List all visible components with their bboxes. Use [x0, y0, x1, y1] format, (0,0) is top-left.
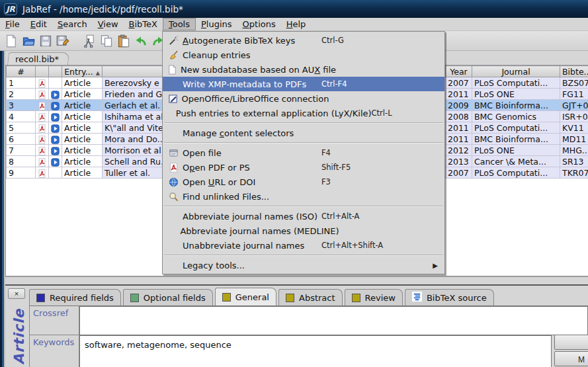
column-header-Entry...[interactable]: Entry...▲ [62, 66, 103, 77]
menu-edit[interactable]: Edit [25, 18, 52, 30]
year-cell: 2007 [446, 167, 472, 179]
keywords-aux-button[interactable] [554, 335, 588, 350]
database-tab-label: recoll.bib* [15, 54, 59, 64]
tab-bibtex-source[interactable]: BibTeX source [405, 289, 494, 306]
open-file-icon [165, 147, 181, 159]
column-header-Bibte...[interactable]: Bibte... [560, 66, 588, 77]
menu-item-unabbreviate-journal-names[interactable]: Unabbreviate journal namesCtrl+Alt+Shift… [163, 238, 444, 253]
tab-abstract[interactable]: Abstract [278, 289, 343, 306]
pdf-file-cell[interactable] [36, 100, 49, 111]
url-cell[interactable] [49, 122, 62, 134]
menu-label: Plugins [201, 19, 232, 29]
crossref-field-input[interactable] [79, 306, 588, 335]
no-icon [165, 79, 181, 90]
cut-icon[interactable] [81, 32, 98, 50]
url-cell[interactable] [49, 134, 62, 145]
menu-item-cleanup-entries[interactable]: Cleanup entries [163, 48, 444, 62]
menu-item-find-unlinked-files[interactable]: Find unlinked Files... [163, 189, 444, 204]
column-header-Journal[interactable]: Journal [472, 66, 560, 77]
pdf-file-cell[interactable] [36, 111, 49, 122]
menu-item-abbreviate-journal-names-iso[interactable]: Abbreviate journal names (ISO)Ctrl+Alt-A [163, 209, 444, 224]
menu-bibtex[interactable]: BibTeX [124, 18, 163, 30]
url-cell[interactable] [49, 167, 62, 179]
url-cell[interactable] [49, 156, 62, 167]
column-header-icon[interactable] [49, 66, 62, 77]
menu-bar: FileEditSearchViewBibTeXToolsPluginsOpti… [0, 18, 588, 31]
pdf-file-cell[interactable] [36, 134, 49, 145]
column-header-Year[interactable]: Year [446, 66, 472, 77]
url-cell[interactable] [49, 89, 62, 100]
database-tab[interactable]: recoll.bib* [7, 52, 69, 65]
pdf-file-cell[interactable] [36, 77, 49, 89]
menu-item-abbreviate-journal-names-medline[interactable]: Abbreviate journal names (MEDLINE) [163, 224, 444, 238]
close-entry-editor-button[interactable]: × [8, 288, 25, 299]
pdf-file-cell[interactable] [36, 89, 49, 100]
tab-general[interactable]: General [215, 288, 276, 306]
menu-item-shortcut: F4 [321, 148, 439, 157]
keywords-field-input[interactable]: software, metagenome, sequence [79, 335, 552, 367]
menu-item-manage-content-selectors[interactable]: Manage content selectors [163, 126, 444, 140]
menu-file[interactable]: File [0, 18, 25, 30]
new-file-icon [165, 64, 179, 75]
pdf-icon [38, 134, 46, 144]
column-header-icon[interactable] [36, 66, 49, 77]
tab-required-fields[interactable]: Required fields [29, 289, 121, 306]
menu-search[interactable]: Search [52, 18, 93, 30]
menu-separator [163, 120, 444, 126]
year-cell: 2011 [446, 122, 472, 134]
column-header-#[interactable]: # [7, 66, 36, 77]
undo-icon[interactable] [132, 32, 149, 50]
no-icon [165, 211, 181, 222]
menu-item-push-entries-to-external-application-lyx-kile[interactable]: Push entries to external application (Ly… [163, 106, 444, 120]
open-database-icon[interactable] [20, 32, 37, 50]
globe-icon [165, 177, 181, 188]
menu-item-new-subdatabase-based-on-aux-file[interactable]: New subdatabase based on AUX file [163, 62, 444, 77]
menu-item-open-pdf-or-ps[interactable]: Open PDF or PSShift-F5 [163, 160, 444, 175]
menu-item-label: Open PDF or PS [183, 163, 250, 173]
row-number-cell: 6 [7, 134, 36, 145]
menu-plugins[interactable]: Plugins [196, 18, 237, 30]
menu-help[interactable]: Help [281, 18, 312, 30]
menu-item-write-xmp-metadata-to-pdfs[interactable]: Write XMP-metadata to PDFsCtrl-F4 [163, 77, 444, 91]
url-cell[interactable] [49, 111, 62, 122]
url-cell[interactable] [49, 77, 62, 89]
menu-item-shortcut: Ctrl+Alt-A [321, 212, 439, 221]
save-as-icon[interactable] [54, 32, 71, 50]
new-database-icon[interactable] [3, 32, 20, 50]
horizontal-splitter[interactable] [5, 276, 588, 284]
menu-options[interactable]: Options [237, 18, 281, 30]
tab-optional-fields[interactable]: Optional fields [123, 289, 213, 306]
row-number-cell: 2 [7, 89, 36, 100]
pdf-file-cell[interactable] [36, 167, 49, 179]
entry-editor-fields: CrossrefKeywordssoftware, metagenome, se… [29, 306, 588, 367]
menu-view[interactable]: View [93, 18, 124, 30]
pdf-file-cell[interactable] [36, 145, 49, 156]
bibtexkey-cell: SR13 [560, 156, 588, 167]
year-cell: 2011 [446, 134, 472, 145]
tab-review[interactable]: Review [345, 289, 403, 306]
pdf-file-cell[interactable] [36, 156, 49, 167]
url-cell[interactable] [49, 145, 62, 156]
bibtexkey-cell: MD11 [560, 134, 588, 145]
manage-keywords-button[interactable]: M [554, 351, 588, 366]
menu-label: Tools [169, 19, 190, 29]
copy-icon[interactable] [98, 32, 115, 50]
url-play-icon [51, 101, 60, 110]
menu-item-autogenerate-bibtex-keys[interactable]: Autogenerate BibTeX keysCtrl-G [163, 33, 444, 48]
paste-icon[interactable] [115, 32, 132, 50]
menu-item-openoffice-libreoffice-connection[interactable]: OpenOffice/LibreOffice connection [163, 91, 444, 106]
url-play-icon [51, 145, 60, 155]
menu-item-label: Open file [183, 148, 222, 158]
menu-item-legacy-tools[interactable]: Legacy tools...▶ [163, 258, 444, 272]
title-bar: JR JabRef - /home/jedick/pdf/recoll.bib* [0, 0, 588, 18]
year-cell: 2008 [446, 111, 472, 122]
column-header-label: # [17, 67, 24, 77]
menu-item-open-url-or-doi[interactable]: Open URL or DOIF3 [163, 175, 444, 189]
url-cell[interactable] [49, 100, 62, 111]
pdf-file-cell[interactable] [36, 122, 49, 134]
journal-cell: PLoS ONE [472, 89, 560, 100]
save-database-icon[interactable] [37, 32, 54, 50]
menu-item-open-file[interactable]: Open fileF4 [163, 145, 444, 160]
entry-type-label: Article [11, 306, 31, 367]
menu-tools[interactable]: Tools [163, 18, 196, 30]
